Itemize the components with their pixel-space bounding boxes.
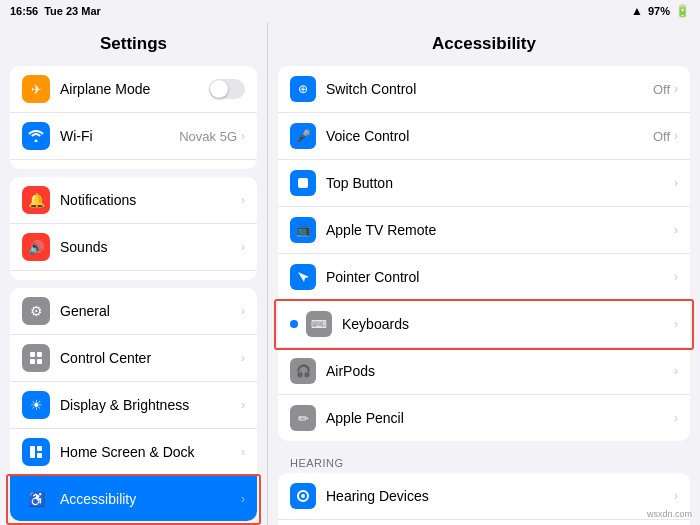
right-item-top-button[interactable]: Top Button ›: [278, 160, 690, 207]
general-label: General: [60, 303, 241, 319]
apple-pencil-right-icon: ✏: [290, 405, 316, 431]
display-brightness-icon: ☀: [22, 391, 50, 419]
right-item-pointer-control[interactable]: Pointer Control ›: [278, 254, 690, 301]
sidebar: Settings ✈ Airplane Mode Wi-Fi Novak 5G …: [0, 22, 268, 525]
status-icons: ▲ 97% 🔋: [631, 4, 690, 18]
sidebar-item-do-not-disturb[interactable]: 🌙 Do Not Disturb ›: [10, 271, 257, 280]
hearing-section-label: HEARING: [278, 449, 690, 473]
hearing-section-label-container: HEARING: [278, 449, 690, 473]
keyboards-icon: ⌨: [306, 311, 332, 337]
svg-rect-0: [30, 352, 35, 357]
sidebar-section-system: ⚙ General › Control Center › ☀ Display &…: [10, 288, 257, 521]
sounds-icon: 🔊: [22, 233, 50, 261]
wifi-chevron: ›: [241, 129, 245, 143]
right-item-apple-tv-remote[interactable]: 📺 Apple TV Remote ›: [278, 207, 690, 254]
svg-rect-7: [298, 178, 308, 188]
sidebar-item-home-screen[interactable]: Home Screen & Dock ›: [10, 429, 257, 476]
apple-tv-remote-chevron: ›: [674, 223, 678, 237]
hearing-devices-label: Hearing Devices: [326, 488, 674, 504]
right-item-keyboards[interactable]: ⌨ Keyboards ›: [278, 301, 690, 348]
keyboards-label: Keyboards: [342, 316, 674, 332]
switch-control-chevron: ›: [674, 82, 678, 96]
pointer-control-chevron: ›: [674, 270, 678, 284]
right-item-airpods[interactable]: 🎧 AirPods ›: [278, 348, 690, 395]
airplane-mode-toggle[interactable]: [209, 79, 245, 99]
airpods-label: AirPods: [326, 363, 674, 379]
keyboards-chevron: ›: [674, 317, 678, 331]
display-brightness-chevron: ›: [241, 398, 245, 412]
voice-control-chevron: ›: [674, 129, 678, 143]
sidebar-item-sounds[interactable]: 🔊 Sounds ›: [10, 224, 257, 271]
apple-pencil-right-label: Apple Pencil: [326, 410, 674, 426]
voice-control-icon: 🎤: [290, 123, 316, 149]
keyboards-selected-dot: [290, 320, 298, 328]
home-screen-label: Home Screen & Dock: [60, 444, 241, 460]
switch-control-icon: ⊕: [290, 76, 316, 102]
home-screen-chevron: ›: [241, 445, 245, 459]
right-item-sound-recognition[interactable]: 🔊 Sound Recognition Off ›: [278, 520, 690, 525]
svg-rect-2: [30, 359, 35, 364]
top-button-chevron: ›: [674, 176, 678, 190]
accessibility-label: Accessibility: [60, 491, 241, 507]
apple-tv-remote-icon: 📺: [290, 217, 316, 243]
top-button-label: Top Button: [326, 175, 674, 191]
display-brightness-label: Display & Brightness: [60, 397, 241, 413]
control-center-label: Control Center: [60, 350, 241, 366]
right-item-apple-pencil-right[interactable]: ✏ Apple Pencil ›: [278, 395, 690, 441]
sidebar-item-wifi[interactable]: Wi-Fi Novak 5G ›: [10, 113, 257, 160]
switch-control-label: Switch Control: [326, 81, 653, 97]
right-panel-header: Accessibility: [268, 22, 700, 62]
battery-percent: 97%: [648, 5, 670, 17]
right-item-switch-control[interactable]: ⊕ Switch Control Off ›: [278, 66, 690, 113]
sidebar-item-display-brightness[interactable]: ☀ Display & Brightness ›: [10, 382, 257, 429]
pointer-control-label: Pointer Control: [326, 269, 674, 285]
notifications-label: Notifications: [60, 192, 241, 208]
accessibility-icon: ♿: [22, 485, 50, 513]
apple-tv-remote-label: Apple TV Remote: [326, 222, 674, 238]
sidebar-item-control-center[interactable]: Control Center ›: [10, 335, 257, 382]
general-chevron: ›: [241, 304, 245, 318]
svg-rect-6: [37, 453, 42, 458]
notifications-chevron: ›: [241, 193, 245, 207]
control-center-icon: [22, 344, 50, 372]
voice-control-label: Voice Control: [326, 128, 653, 144]
svg-rect-4: [30, 446, 35, 458]
status-bar: 16:56 Tue 23 Mar ▲ 97% 🔋: [0, 0, 700, 22]
accessibility-chevron: ›: [241, 492, 245, 506]
right-section-hearing: Hearing Devices › 🔊 Sound Recognition Of…: [278, 473, 690, 525]
main-layout: Settings ✈ Airplane Mode Wi-Fi Novak 5G …: [0, 22, 700, 525]
svg-rect-3: [37, 359, 42, 364]
top-button-icon: [290, 170, 316, 196]
apple-pencil-right-chevron: ›: [674, 411, 678, 425]
sidebar-section-connectivity: ✈ Airplane Mode Wi-Fi Novak 5G › ⚡ Bluet…: [10, 66, 257, 169]
right-panel: Accessibility ⊕ Switch Control Off › 🎤 V…: [268, 22, 700, 525]
control-center-chevron: ›: [241, 351, 245, 365]
svg-rect-5: [37, 446, 42, 451]
sidebar-header: Settings: [0, 22, 267, 62]
watermark: wsxdn.com: [647, 509, 692, 519]
sidebar-item-notifications[interactable]: 🔔 Notifications ›: [10, 177, 257, 224]
airplane-mode-icon: ✈: [22, 75, 50, 103]
wifi-value: Novak 5G: [179, 129, 237, 144]
sidebar-item-general[interactable]: ⚙ General ›: [10, 288, 257, 335]
battery-icon: 🔋: [675, 4, 690, 18]
sidebar-item-airplane-mode[interactable]: ✈ Airplane Mode: [10, 66, 257, 113]
sidebar-item-bluetooth[interactable]: ⚡ Bluetooth On ›: [10, 160, 257, 169]
hearing-devices-icon: [290, 483, 316, 509]
switch-control-value: Off: [653, 82, 670, 97]
sounds-label: Sounds: [60, 239, 241, 255]
wifi-status-icon: ▲: [631, 4, 643, 18]
voice-control-value: Off: [653, 129, 670, 144]
right-item-hearing-devices[interactable]: Hearing Devices ›: [278, 473, 690, 520]
svg-rect-1: [37, 352, 42, 357]
svg-marker-8: [298, 272, 309, 282]
airpods-icon: 🎧: [290, 358, 316, 384]
status-date: Tue 23 Mar: [44, 5, 101, 17]
sidebar-item-accessibility[interactable]: ♿ Accessibility ›: [10, 476, 257, 521]
wifi-icon: [22, 122, 50, 150]
hearing-devices-chevron: ›: [674, 489, 678, 503]
pointer-control-icon: [290, 264, 316, 290]
notifications-icon: 🔔: [22, 186, 50, 214]
status-time: 16:56: [10, 5, 38, 17]
right-item-voice-control[interactable]: 🎤 Voice Control Off ›: [278, 113, 690, 160]
